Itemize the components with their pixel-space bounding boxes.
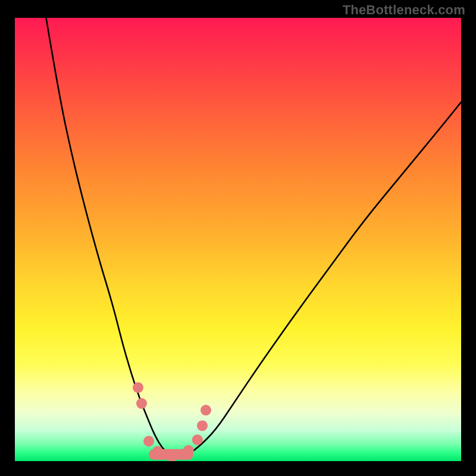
marker-dot [133,382,143,393]
marker-dot [192,434,203,445]
highlight-markers [15,18,461,461]
marker-dot [201,405,211,415]
outer-frame: TheBottleneck.com [0,0,476,476]
marker-dot [143,436,154,447]
svg-rect-0 [149,449,193,460]
marker-dot [136,398,147,409]
marker-dot [197,420,208,431]
watermark-text: TheBottleneck.com [343,2,465,18]
plot-area [15,18,461,461]
